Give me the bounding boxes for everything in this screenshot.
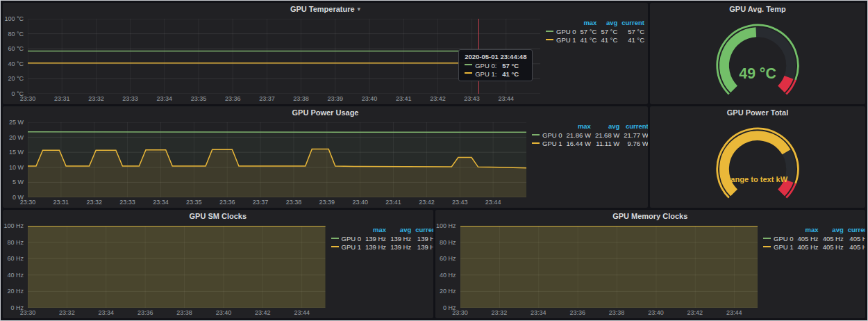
y-axis-tick: 20 Hz [440, 288, 456, 295]
panel-title[interactable]: GPU Avg. Temp [729, 5, 786, 13]
legend-series-name[interactable]: GPU 1 [761, 243, 796, 252]
legend-value: 57 °C [619, 28, 646, 36]
panel-gpu-sm-clocks: GPU SM Clocks 0 Hz20 Hz40 Hz60 Hz80 Hz10… [3, 210, 433, 318]
tooltip-series-value: 41 °C [502, 70, 519, 78]
series-swatch-icon [465, 64, 472, 65]
chart-plot-area[interactable] [460, 226, 758, 308]
y-axis-tick: 100 Hz [436, 222, 456, 229]
legend-series-name[interactable]: GPU 0 [544, 28, 578, 36]
legend-header-current[interactable]: current [621, 122, 648, 131]
panel-header-gpu-memory-clocks[interactable]: GPU Memory Clocks [435, 210, 866, 222]
y-axis-tick: 80 °C [8, 31, 24, 38]
panel-title[interactable]: GPU Power Usage [292, 108, 359, 117]
x-axis-tick: 23:31 [53, 199, 69, 206]
gpu-memory-clocks-chart[interactable]: 0 Hz20 Hz40 Hz60 Hz80 Hz100 Hz23:3023:32… [435, 222, 762, 318]
x-axis: 23:3023:3223:3423:3623:3823:4023:4223:44 [28, 309, 326, 318]
legend-series-name[interactable]: GPU 1 [530, 140, 565, 148]
legend-header-avg[interactable]: avg [593, 122, 621, 131]
legend-series-name[interactable]: GPU 1 [329, 243, 364, 252]
x-axis-tick: 23:36 [225, 95, 241, 102]
legend-series-name[interactable]: GPU 1 [544, 36, 578, 44]
legend-value: 139 Hz [363, 243, 388, 252]
x-axis-tick: 23:41 [396, 95, 412, 102]
x-axis-tick: 23:37 [259, 95, 275, 102]
series-swatch-icon [465, 72, 472, 74]
panel-title[interactable]: GPU SM Clocks [189, 212, 247, 220]
chart-plot-area[interactable] [28, 122, 526, 197]
panel-title[interactable]: GPU Memory Clocks [612, 212, 687, 220]
y-axis-tick: 40 Hz [440, 272, 456, 279]
series-swatch-icon [532, 142, 540, 144]
gpu-sm-clocks-legend: maxavgcurrentGPU 0139 Hz139 Hz139 HzGPU … [329, 222, 433, 318]
legend-row: GPU 1139 Hz139 Hz139 Hz [329, 243, 433, 252]
x-axis-tick: 23:38 [176, 309, 192, 316]
tooltip-timestamp: 2020-05-01 23:44:48 [465, 53, 526, 60]
gpu-sm-clocks-chart[interactable]: 0 Hz20 Hz40 Hz60 Hz80 Hz100 Hz23:3023:32… [3, 222, 329, 318]
x-axis-tick: 23:33 [119, 199, 135, 206]
legend-row: GPU 0139 Hz139 Hz139 Hz [329, 235, 433, 243]
legend-header-spacer [530, 122, 565, 131]
gpu-power-usage-chart[interactable]: 0 W5 W10 W15 W20 W25 W23:3023:3123:3223:… [3, 119, 530, 208]
legend-header-current[interactable]: current [619, 19, 646, 28]
x-axis-tick: 23:42 [430, 95, 446, 102]
panel-header-gpu-sm-clocks[interactable]: GPU SM Clocks [3, 210, 433, 222]
legend-header-max[interactable]: max [578, 19, 599, 28]
series-fill [460, 226, 758, 308]
legend-header-max[interactable]: max [565, 122, 593, 131]
legend-value: 139 Hz [388, 235, 413, 243]
panel-title[interactable]: GPU Temperature [290, 5, 355, 13]
gpu-avg-temp-gauge: 49 °C [650, 15, 865, 104]
x-axis-tick: 23:42 [255, 309, 271, 316]
tooltip-series-name: GPU 0: [475, 62, 496, 69]
series-swatch-icon [546, 39, 553, 40]
panel-header-gpu-power-total[interactable]: GPU Power Total [650, 106, 865, 119]
x-axis-tick: 23:40 [352, 199, 368, 206]
panel-title[interactable]: GPU Power Total [727, 108, 788, 117]
y-axis-tick: 20 °C [8, 75, 24, 82]
chart-plot-area[interactable] [28, 226, 326, 308]
y-axis-tick: 60 Hz [440, 255, 456, 262]
gpu-temperature-legend: maxavgcurrentGPU 057 °C57 °C57 °CGPU 141… [544, 15, 648, 104]
y-axis-tick: 20 W [9, 134, 24, 141]
legend-header-current[interactable]: current [413, 226, 433, 235]
gpu-temperature-chart[interactable]: 2020-05-01 23:44:48 GPU 0: 57 °C GPU 1: … [3, 15, 544, 104]
legend-header-spacer [329, 226, 364, 235]
panel-header-gpu-temperature[interactable]: GPU Temperature ▾ [3, 3, 648, 15]
legend-header-max[interactable]: max [363, 226, 388, 235]
legend-header-avg[interactable]: avg [388, 226, 413, 235]
legend-value: 21.68 W [593, 131, 621, 140]
legend-header-max[interactable]: max [796, 226, 821, 235]
x-axis-tick: 23:43 [452, 199, 468, 206]
y-axis-tick: 5 W [12, 179, 24, 186]
legend-series-name[interactable]: GPU 0 [761, 235, 796, 243]
x-axis-tick: 23:40 [362, 95, 378, 102]
legend-table: maxavgcurrentGPU 021.86 W21.68 W21.77 WG… [530, 122, 648, 148]
gauge-value-text: 49 °C [739, 65, 776, 82]
tooltip-row: GPU 0: 57 °C [465, 62, 526, 69]
dashboard-row-2: GPU Power Usage 0 W5 W10 W15 W20 W25 W23… [3, 106, 865, 208]
series-swatch-icon [546, 31, 553, 32]
panel-header-gpu-power-usage[interactable]: GPU Power Usage [3, 106, 648, 119]
tooltip-series-value: 57 °C [502, 62, 519, 69]
x-axis-tick: 23:30 [452, 309, 468, 316]
legend-header-avg[interactable]: avg [599, 19, 619, 28]
legend-series-name[interactable]: GPU 0 [329, 235, 364, 243]
y-axis-tick: 60 °C [8, 45, 24, 52]
legend-row: GPU 021.86 W21.68 W21.77 W [530, 131, 648, 140]
x-axis-tick: 23:38 [609, 309, 625, 316]
y-axis: 0 W5 W10 W15 W20 W25 W [3, 122, 26, 197]
legend-series-name[interactable]: GPU 0 [530, 131, 565, 140]
legend-header-current[interactable]: current [846, 226, 865, 235]
x-axis-tick: 23:31 [54, 95, 70, 102]
chart-tooltip: 2020-05-01 23:44:48 GPU 0: 57 °C GPU 1: … [458, 49, 533, 81]
gauge-value-arc [724, 135, 787, 192]
series-swatch-icon [763, 238, 771, 239]
panel-header-gpu-avg-temp[interactable]: GPU Avg. Temp [650, 3, 865, 15]
gpu-memory-clocks-legend: maxavgcurrentGPU 0405 Hz405 Hz405 HzGPU … [761, 222, 865, 318]
legend-table: maxavgcurrentGPU 0405 Hz405 Hz405 HzGPU … [761, 226, 865, 252]
x-axis-tick: 23:36 [137, 309, 153, 316]
legend-header-avg[interactable]: avg [821, 226, 846, 235]
x-axis-tick: 23:37 [253, 199, 269, 206]
legend-value: 41 °C [599, 36, 619, 44]
x-axis-tick: 23:44 [294, 309, 310, 316]
